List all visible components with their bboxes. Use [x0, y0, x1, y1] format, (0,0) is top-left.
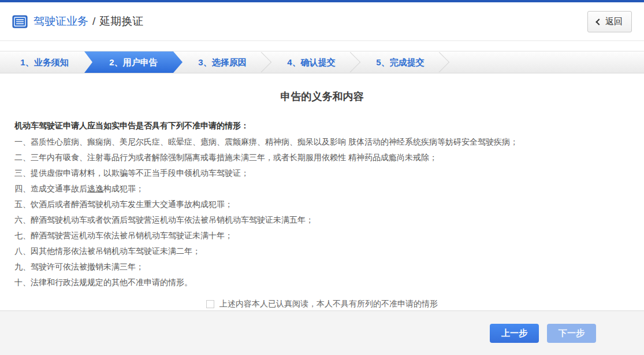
- header: 驾驶证业务 / 延期换证 返回: [0, 2, 644, 41]
- declaration-item-text: 四、造成交通事故后逃逸构成犯罪；: [14, 184, 144, 193]
- back-chevron-icon: [595, 19, 602, 25]
- wizard-step[interactable]: 4、确认提交: [267, 51, 356, 73]
- declaration-item-text: 九、驾驶许可依法被撤销未满三年；: [14, 262, 144, 271]
- wizard-step-label: 5、完成提交: [376, 57, 424, 67]
- page: 驾驶证业务 / 延期换证 返回 1、业务须知 2、用户申告 3、选择原因: [0, 0, 644, 355]
- declaration-list-item: 五、饮酒后或者醉酒驾驶机动车发生重大交通事故构成犯罪；: [14, 197, 630, 212]
- declaration-list-item: 二、三年内有吸食、注射毒品行为或者解除强制隔离戒毒措施未满三年，或者长期服用依赖…: [14, 150, 630, 165]
- step-separator-chevron: [429, 52, 449, 72]
- main-content: 申告的义务和内容 机动车驾驶证申请人应当如实申告是否具有下列不准申请的情形： 一…: [0, 90, 644, 309]
- declaration-item-text: 一、器质性心脏病、癫痫病、美尼尔氏症、眩晕症、癔病、震颤麻痹、精神病、痴呆以及影…: [14, 137, 518, 146]
- wizard-step-label: 3、选择原因: [198, 57, 246, 67]
- wizard-step[interactable]: 5、完成提交: [356, 51, 445, 73]
- wizard-step[interactable]: 2、用户申告: [84, 51, 183, 73]
- back-button[interactable]: 返回: [587, 11, 632, 32]
- page-title: 申告的义务和内容: [14, 90, 630, 103]
- declaration-list-item: 十、法律和行政法规规定的其他不准申请的情形。: [14, 275, 630, 290]
- declaration-list-item: 九、驾驶许可依法被撤销未满三年；: [14, 259, 630, 275]
- declaration-lead: 机动车驾驶证申请人应当如实申告是否具有下列不准申请的情形：: [14, 118, 630, 134]
- declaration-list-item: 一、器质性心脏病、癫痫病、美尼尔氏症、眩晕症、癔病、震颤麻痹、精神病、痴呆以及影…: [14, 134, 630, 150]
- next-step-button[interactable]: 下一步: [547, 324, 596, 343]
- declaration-list-item: 四、造成交通事故后逃逸构成犯罪；: [14, 181, 630, 197]
- back-button-label: 返回: [605, 16, 623, 27]
- wizard-step[interactable]: 3、选择原因: [178, 51, 267, 73]
- declaration-list-item: 三、提供虚假申请材料，以欺骗等不正当手段申领机动车驾驶证；: [14, 165, 630, 181]
- breadcrumb-service-name: 驾驶证业务: [33, 14, 88, 29]
- breadcrumb-page-name: 延期换证: [99, 14, 143, 29]
- wizard-step-label: 2、用户申告: [109, 57, 157, 67]
- wizard-step-label: 4、确认提交: [287, 57, 335, 67]
- declaration-checkbox[interactable]: [206, 300, 214, 308]
- declaration-item-text: 三、提供虚假申请材料，以欺骗等不正当手段申领机动车驾驶证；: [14, 168, 249, 178]
- wizard-step-label: 1、业务须知: [20, 57, 68, 67]
- declaration-item-text: 七、醉酒驾驶营运机动车依法被吊销机动车驾驶证未满十年；: [14, 231, 233, 240]
- declaration-checkbox-label: 上述内容本人已认真阅读，本人不具有所列的不准申请的情形: [219, 299, 438, 309]
- wizard-step-bar: 1、业务须知 2、用户申告 3、选择原因 4、确认提交 5、完成提交: [0, 51, 644, 73]
- declaration-item-text: 五、饮酒后或者醉酒驾驶机动车发生重大交通事故构成犯罪；: [14, 199, 233, 209]
- breadcrumb: 驾驶证业务 / 延期换证: [33, 14, 143, 29]
- breadcrumb-separator: /: [92, 15, 95, 28]
- declaration-item-text: 二、三年内有吸食、注射毒品行为或者解除强制隔离戒毒措施未满三年，或者长期服用依赖…: [14, 153, 437, 162]
- declaration-item-text: 六、醉酒驾驶机动车或者饮酒后驾驶营运机动车依法被吊销机动车驾驶证未满五年；: [14, 215, 314, 224]
- declaration-item-text: 十、法律和行政法规规定的其他不准申请的情形。: [14, 278, 192, 287]
- confirmation-row: 上述内容本人已认真阅读，本人不具有所列的不准申请的情形: [14, 299, 630, 309]
- wizard-step[interactable]: 1、业务须知: [0, 51, 89, 73]
- previous-step-button[interactable]: 上一步: [490, 324, 539, 343]
- declaration-list: 一、器质性心脏病、癫痫病、美尼尔氏症、眩晕症、癔病、震颤麻痹、精神病、痴呆以及影…: [14, 134, 630, 290]
- declaration-item-text: 八、因其他情形依法被吊销机动车驾驶证未满二年；: [14, 246, 200, 256]
- declaration-list-item: 六、醉酒驾驶机动车或者饮酒后驾驶营运机动车依法被吊销机动车驾驶证未满五年；: [14, 212, 630, 228]
- form-list-icon: [12, 15, 28, 28]
- footer-action-bar: 上一步 下一步: [0, 310, 644, 355]
- declaration-list-item: 七、醉酒驾驶营运机动车依法被吊销机动车驾驶证未满十年；: [14, 228, 630, 243]
- declaration-list-item: 八、因其他情形依法被吊销机动车驾驶证未满二年；: [14, 243, 630, 259]
